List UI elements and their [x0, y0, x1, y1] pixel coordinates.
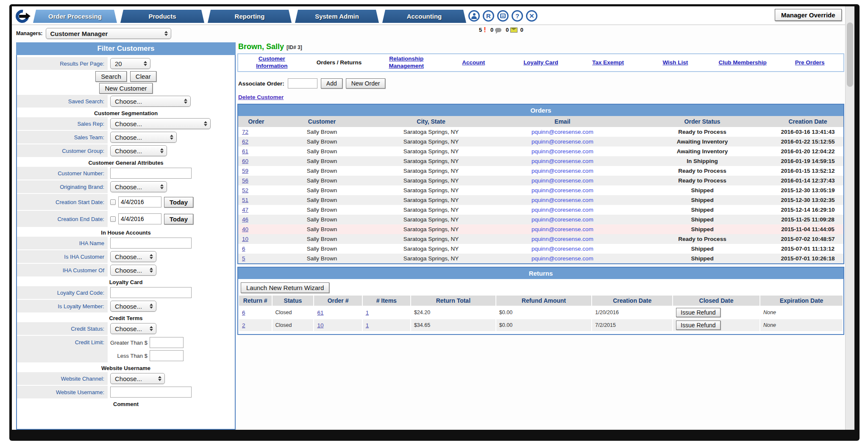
- order-email-link[interactable]: pquinn@coresense.com: [531, 177, 593, 184]
- loyalty-card-code-input[interactable]: [110, 287, 192, 298]
- credit-limit-less-input[interactable]: [150, 350, 184, 361]
- vertical-scrollbar[interactable]: [845, 6, 854, 430]
- return-number-link[interactable]: 6: [242, 310, 245, 316]
- iha-name-input[interactable]: [110, 238, 192, 249]
- credit-limit-greater-input[interactable]: [150, 337, 184, 348]
- alert-count[interactable]: 5: [479, 27, 482, 33]
- order-email-link[interactable]: pquinn@coresense.com: [531, 226, 593, 232]
- new-order-button[interactable]: New Order: [346, 78, 386, 88]
- search-button[interactable]: Search: [95, 71, 127, 82]
- order-city-state: Saratoga Springs, NY: [370, 244, 492, 254]
- add-button[interactable]: Add: [321, 78, 342, 88]
- register-icon[interactable]: R: [483, 10, 494, 22]
- order-email-link[interactable]: pquinn@coresense.com: [531, 148, 593, 155]
- is-loyalty-member-select[interactable]: Choose...: [110, 301, 156, 312]
- order-email-link[interactable]: pquinn@coresense.com: [531, 158, 593, 164]
- website-channel-select[interactable]: Choose...: [110, 373, 165, 384]
- order-email-link[interactable]: pquinn@coresense.com: [531, 138, 593, 145]
- order-email-link[interactable]: pquinn@coresense.com: [531, 246, 593, 252]
- top-nav-tab[interactable]: Accounting: [382, 10, 466, 23]
- filter-row-results-per-page: Results Per Page: 20: [17, 57, 235, 70]
- issue-refund-button[interactable]: Issue Refund: [676, 321, 721, 330]
- creation-start-checkbox[interactable]: [110, 199, 116, 205]
- order-email-link[interactable]: pquinn@coresense.com: [531, 236, 593, 242]
- order-email-link[interactable]: pquinn@coresense.com: [531, 216, 593, 223]
- return-items-link[interactable]: 1: [366, 310, 369, 316]
- save-icon[interactable]: [497, 10, 509, 22]
- sales-rep-select[interactable]: Choose...: [110, 118, 211, 129]
- originating-brand-select[interactable]: Choose...: [110, 181, 167, 192]
- iha-customer-of-select[interactable]: Choose...: [110, 265, 156, 276]
- order-number-link[interactable]: 52: [242, 187, 248, 193]
- order-number-link[interactable]: 6: [242, 246, 245, 252]
- order-number-link[interactable]: 46: [242, 216, 248, 223]
- mail-count[interactable]: 0: [506, 27, 509, 33]
- is-iha-customer-select[interactable]: Choose...: [110, 251, 156, 262]
- customer-tab[interactable]: Loyalty Card: [507, 59, 575, 66]
- top-nav-tab[interactable]: Order Processing: [33, 10, 117, 23]
- customer-tab[interactable]: Customer Information: [238, 55, 306, 70]
- customer-tab[interactable]: Pre Orders: [776, 59, 843, 66]
- order-email-link[interactable]: pquinn@coresense.com: [531, 187, 593, 193]
- return-order-link[interactable]: 10: [317, 322, 323, 329]
- customer-tab[interactable]: Relationship Management: [373, 55, 440, 70]
- order-email-link[interactable]: pquinn@coresense.com: [531, 207, 593, 213]
- close-icon[interactable]: ✕: [526, 10, 537, 22]
- customer-tab[interactable]: Wish List: [642, 59, 709, 66]
- order-email-link[interactable]: pquinn@coresense.com: [531, 197, 593, 203]
- customer-tab[interactable]: Tax Exempt: [574, 59, 642, 66]
- associate-order-label: Associate Order:: [238, 80, 284, 87]
- order-number-link[interactable]: 60: [242, 158, 248, 164]
- filter-row-creation-end: Creation End Date: Today: [17, 211, 235, 227]
- order-number-link[interactable]: 59: [242, 168, 248, 174]
- saved-search-select[interactable]: Choose...: [110, 96, 191, 107]
- website-username-input[interactable]: [110, 387, 192, 398]
- scrollbar-thumb[interactable]: [847, 22, 853, 87]
- order-email-link[interactable]: pquinn@coresense.com: [531, 168, 593, 174]
- order-number-link[interactable]: 10: [242, 236, 248, 242]
- order-number-link[interactable]: 51: [242, 197, 248, 203]
- order-email-link[interactable]: pquinn@coresense.com: [531, 255, 593, 262]
- order-email-link[interactable]: pquinn@coresense.com: [531, 129, 593, 135]
- customer-tab[interactable]: Club Membership: [709, 59, 776, 66]
- new-customer-button[interactable]: New Customer: [99, 83, 152, 94]
- sales-team-select[interactable]: Choose...: [110, 132, 177, 143]
- order-number-link[interactable]: 56: [242, 177, 248, 184]
- creation-end-today-button[interactable]: Today: [164, 214, 193, 224]
- top-nav-tab[interactable]: Reporting: [208, 10, 292, 23]
- top-nav-tab[interactable]: Products: [120, 10, 204, 23]
- order-number-link[interactable]: 61: [242, 148, 248, 155]
- order-number-link[interactable]: 62: [242, 138, 248, 145]
- chat-count[interactable]: 0: [490, 27, 493, 33]
- creation-end-checkbox[interactable]: [110, 216, 116, 222]
- user-icon[interactable]: [468, 10, 480, 22]
- issue-refund-button[interactable]: Issue Refund: [676, 308, 721, 317]
- credit-status-select[interactable]: Choose...: [110, 323, 156, 334]
- customer-number-input[interactable]: [110, 168, 192, 179]
- order-customer: Sally Brown: [274, 234, 370, 244]
- return-items-link[interactable]: 1: [366, 322, 369, 329]
- associate-order-input[interactable]: [288, 78, 317, 88]
- order-number-link[interactable]: 5: [242, 255, 245, 262]
- top-nav-tab[interactable]: System Admin: [295, 10, 379, 23]
- return-number-link[interactable]: 2: [242, 322, 245, 329]
- customer-group-select[interactable]: Choose...: [110, 145, 167, 156]
- help-icon[interactable]: ?: [512, 10, 523, 22]
- results-per-page-select[interactable]: 20: [110, 58, 150, 69]
- customer-tab[interactable]: Account: [440, 59, 507, 66]
- clear-button[interactable]: Clear: [130, 71, 156, 82]
- queue-count[interactable]: 0: [520, 27, 523, 33]
- manager-select[interactable]: Customer Manager: [46, 28, 171, 39]
- order-number-link[interactable]: 72: [242, 129, 248, 135]
- customer-tab[interactable]: Orders / Returns: [306, 59, 373, 66]
- order-number-link[interactable]: 40: [242, 226, 248, 232]
- creation-start-today-button[interactable]: Today: [164, 197, 193, 207]
- creation-end-date-input[interactable]: [118, 213, 161, 224]
- return-order-link[interactable]: 61: [317, 310, 323, 316]
- manager-override-button[interactable]: Manager Override: [775, 9, 842, 21]
- launch-return-wizard-button[interactable]: Launch New Return Wizard: [241, 282, 329, 293]
- creation-start-date-input[interactable]: [118, 196, 161, 207]
- order-number-link[interactable]: 47: [242, 207, 248, 213]
- delete-customer-link[interactable]: Delete Customer: [238, 94, 284, 100]
- managers-row: Managers: Customer Manager: [16, 28, 171, 39]
